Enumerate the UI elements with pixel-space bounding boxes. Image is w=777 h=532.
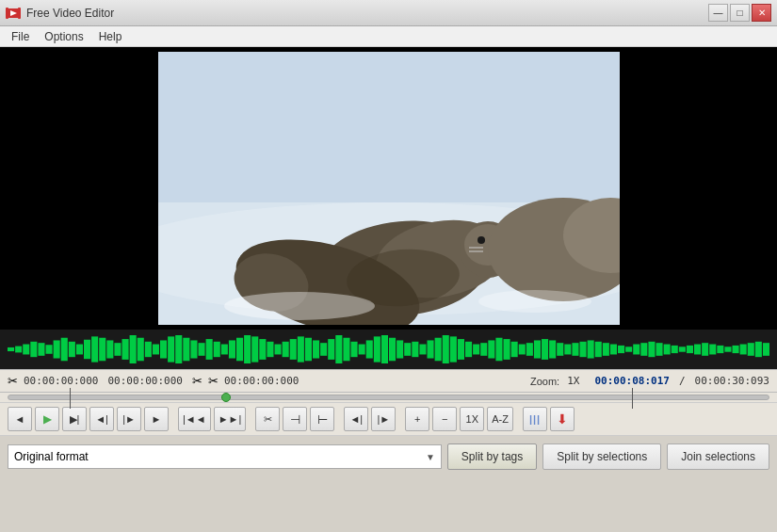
total-time: 00:00:30:093 [695,375,769,387]
menu-help[interactable]: Help [91,28,130,45]
current-time: 00:00:08:017 [594,375,669,387]
svg-point-23 [478,290,591,313]
scissors-icon-dbl: ✂ [208,374,219,388]
window-title: Free Video Editor [26,7,114,20]
app-icon [6,6,21,21]
timeline-bar: ✂ 00:00:00:000 00:00:00:000 ✂ ✂ 00:00:00… [0,369,777,393]
slider-track[interactable] [8,395,769,400]
go-start-button[interactable]: |◄◄ [178,407,211,431]
minimize-button[interactable]: — [708,4,728,22]
svg-rect-3 [18,8,21,19]
format-label: Original format [14,450,89,463]
split-by-tags-button[interactable]: Split by tags [447,443,537,470]
time-start: 00:00:00:000 [24,375,98,387]
slider-area[interactable] [0,393,777,403]
video-scene [158,52,620,325]
join-selections-button[interactable]: Join selections [667,443,769,470]
maximize-button[interactable]: □ [730,4,750,22]
slider-thumb[interactable] [221,393,231,402]
menu-options[interactable]: Options [37,28,90,45]
prev-frame-button[interactable]: ◄| [89,407,114,431]
dropdown-arrow: ▼ [426,452,435,462]
bottom-bar: Original format ▼ Split by tags Split by… [0,436,777,477]
next-frame-button[interactable]: |► [117,407,141,431]
split-by-selections-button[interactable]: Split by selections [542,443,661,470]
time-cut: 00:00:00:000 [224,375,299,387]
trim-left-button[interactable]: ⊣ [283,407,307,431]
time-middle-label: 00:00:00:000 [107,375,182,387]
skip-fwd-button[interactable]: |► [371,407,396,431]
title-bar: Free Video Editor — □ ✕ [0,0,777,26]
play-button[interactable]: ▶ [35,407,59,431]
title-buttons: — □ ✕ [708,4,771,22]
video-area [0,47,777,330]
slider-marker-left [70,388,71,409]
svg-rect-2 [6,8,8,19]
cut-button[interactable]: ✂ [255,407,280,431]
go-end-button[interactable]: ►►| [214,407,247,431]
slider-marker-right [632,388,633,409]
zoom-label: Zoom: [530,376,559,387]
close-button[interactable]: ✕ [752,4,771,22]
sort-button[interactable]: A-Z [487,407,513,431]
go-back-button[interactable]: ◄ [8,407,32,431]
trim-right-button[interactable]: ⊢ [310,407,334,431]
waveform-button[interactable]: ||| [523,407,547,431]
time-separator: / [679,375,686,387]
step-forward-button[interactable]: ▶| [62,407,87,431]
waveform-display [4,332,773,366]
menu-bar: File Options Help [0,26,777,47]
svg-point-22 [224,292,375,320]
video-frame [158,52,620,325]
svg-point-11 [478,236,485,244]
download-button[interactable]: ⬇ [550,407,575,431]
vol-up-button[interactable]: + [405,407,429,431]
menu-file[interactable]: File [4,28,37,45]
zoom-level: 1X [567,375,579,387]
title-left: Free Video Editor [6,6,114,21]
scissors-icon-left: ✂ [8,374,18,388]
scissors-icon-right: ✂ [192,374,202,388]
controls-bar: ◄ ▶ ▶| ◄| |► ► |◄◄ ►►| ✂ ⊣ ⊢ ◄| |► + − 1… [0,403,777,436]
go-forward-button[interactable]: ► [144,407,169,431]
speed-button[interactable]: 1X [460,407,484,431]
format-dropdown[interactable]: Original format ▼ [8,444,442,469]
skip-back-button[interactable]: ◄| [344,407,368,431]
vol-down-button[interactable]: − [432,407,457,431]
waveform-area [0,330,777,369]
